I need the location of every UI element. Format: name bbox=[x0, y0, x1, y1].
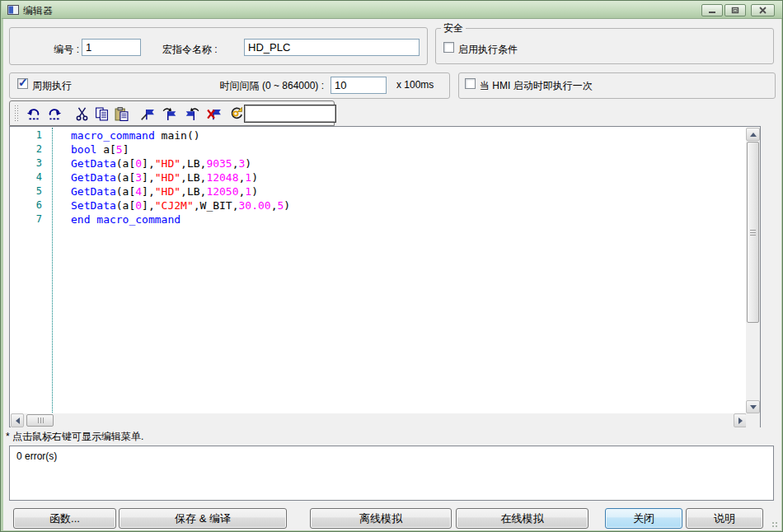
macro-name-input[interactable] bbox=[244, 39, 420, 56]
code-lines: 1macro_command main()2bool a[5]3GetData(… bbox=[11, 128, 736, 226]
help-button[interactable]: 说明 bbox=[686, 508, 763, 529]
interval-unit-label: x 100ms bbox=[396, 79, 434, 91]
offline-simulation-button[interactable]: 离线模拟 bbox=[310, 508, 452, 529]
copy-button[interactable] bbox=[92, 104, 110, 124]
toolbar-grip[interactable] bbox=[17, 105, 18, 122]
next-bookmark-icon bbox=[162, 106, 177, 121]
scroll-up-button[interactable] bbox=[746, 128, 760, 141]
code-text: macro_command main() bbox=[71, 128, 200, 142]
window-title: 编辑器 bbox=[23, 4, 53, 18]
toggle-bookmark-button[interactable] bbox=[138, 104, 157, 124]
code-text: GetData(a[4],"HD",LB,12050,1) bbox=[71, 184, 258, 198]
id-label: 编号 : bbox=[26, 43, 79, 57]
periodic-checkbox[interactable] bbox=[17, 78, 28, 89]
arrow-up-icon bbox=[750, 133, 757, 137]
code-line[interactable]: 6SetData(a[0],"CJ2M",W_BIT,30.00,5) bbox=[11, 198, 736, 212]
paste-button[interactable] bbox=[112, 104, 130, 124]
maximize-button[interactable] bbox=[724, 4, 746, 16]
code-text: SetData(a[0],"CJ2M",W_BIT,30.00,5) bbox=[71, 198, 290, 212]
arrow-down-icon bbox=[750, 405, 757, 409]
code-editor[interactable]: 1macro_command main()2bool a[5]3GetData(… bbox=[9, 126, 761, 427]
find-icon bbox=[229, 106, 244, 121]
resize-grip[interactable] bbox=[772, 522, 779, 529]
code-line[interactable]: 4GetData(a[3],"HD",LB,12048,1) bbox=[11, 170, 736, 184]
line-number: 3 bbox=[11, 156, 48, 170]
toolbar-grip[interactable] bbox=[15, 105, 16, 122]
hint-text: * 点击鼠标右键可显示编辑菜单. bbox=[6, 430, 143, 444]
editor-toolbar bbox=[9, 100, 335, 126]
horizontal-scrollbar[interactable] bbox=[11, 413, 747, 427]
compile-output[interactable]: 0 error(s) bbox=[9, 446, 774, 501]
cut-icon bbox=[75, 107, 89, 121]
save-compile-button[interactable]: 保存 & 编译 bbox=[119, 508, 287, 529]
redo-button[interactable] bbox=[45, 104, 63, 124]
enable-condition-label: 启用执行条件 bbox=[458, 43, 518, 57]
line-number: 7 bbox=[11, 212, 48, 226]
copy-icon bbox=[95, 107, 109, 121]
next-bookmark-button[interactable] bbox=[161, 104, 179, 124]
previous-bookmark-button[interactable] bbox=[183, 104, 201, 124]
line-number: 1 bbox=[11, 128, 48, 142]
enable-condition-checkbox[interactable] bbox=[443, 42, 454, 53]
code-line[interactable]: 5GetData(a[4],"HD",LB,12050,1) bbox=[11, 184, 736, 198]
interval-label: 时间间隔 (0 ~ 864000) : bbox=[199, 79, 324, 93]
find-input[interactable] bbox=[244, 105, 336, 123]
code-line[interactable]: 3GetData(a[0],"HD",LB,9035,3) bbox=[11, 156, 736, 170]
scrollbar-corner bbox=[746, 413, 760, 427]
scroll-down-button[interactable] bbox=[746, 400, 760, 413]
code-text: bool a[5] bbox=[71, 142, 129, 156]
macro-name-label: 宏指令名称 : bbox=[162, 43, 218, 57]
undo-icon bbox=[26, 106, 41, 121]
online-simulation-button[interactable]: 在线模拟 bbox=[456, 508, 588, 529]
maximize-icon bbox=[731, 7, 739, 14]
redo-icon bbox=[47, 106, 62, 121]
periodic-label: 周期执行 bbox=[32, 79, 72, 93]
scroll-right-button[interactable] bbox=[734, 413, 747, 427]
close-icon bbox=[759, 7, 767, 14]
line-number: 5 bbox=[11, 184, 48, 198]
interval-input[interactable] bbox=[331, 77, 387, 94]
title-bar: 编辑器 bbox=[2, 1, 783, 19]
function-button[interactable]: 函数... bbox=[13, 508, 116, 529]
security-legend: 安全 bbox=[441, 21, 466, 35]
minimize-button[interactable] bbox=[701, 4, 723, 16]
paste-icon bbox=[115, 107, 129, 121]
startup-checkbox[interactable] bbox=[465, 78, 476, 89]
clear-bookmarks-button[interactable] bbox=[205, 104, 223, 124]
code-line[interactable]: 2bool a[5] bbox=[11, 142, 736, 156]
line-number: 2 bbox=[11, 142, 48, 156]
code-line[interactable]: 1macro_command main() bbox=[11, 128, 736, 142]
macro-id-input[interactable] bbox=[82, 39, 141, 56]
find-button[interactable] bbox=[227, 104, 246, 124]
code-line[interactable]: 7end macro_command bbox=[11, 212, 736, 226]
vertical-scrollbar[interactable] bbox=[746, 128, 760, 413]
undo-button[interactable] bbox=[25, 104, 43, 124]
scroll-left-button[interactable] bbox=[11, 413, 24, 427]
close-button-titlebar[interactable] bbox=[751, 4, 775, 16]
previous-bookmark-icon bbox=[185, 106, 199, 121]
minimize-icon bbox=[708, 7, 716, 14]
line-number: 6 bbox=[11, 198, 48, 212]
arrow-left-icon bbox=[16, 418, 20, 424]
vertical-scroll-thumb[interactable] bbox=[747, 142, 759, 323]
startup-label: 当 HMI 启动时即执行一次 bbox=[480, 79, 593, 93]
clear-bookmarks-icon bbox=[207, 106, 222, 121]
toggle-bookmark-icon bbox=[140, 106, 155, 121]
code-text: end macro_command bbox=[71, 212, 181, 226]
code-text: GetData(a[3],"HD",LB,12048,1) bbox=[71, 170, 258, 184]
cut-button[interactable] bbox=[73, 104, 91, 124]
app-icon bbox=[7, 5, 19, 15]
line-number: 4 bbox=[11, 170, 48, 184]
close-button[interactable]: 关闭 bbox=[605, 508, 682, 529]
arrow-right-icon bbox=[738, 418, 743, 424]
horizontal-scroll-thumb[interactable] bbox=[26, 414, 54, 427]
editor-window: 编辑器 编号 : 宏指令名称 : 安全 启用执行条件 周期执行 时间间隔 (0 … bbox=[0, 0, 783, 532]
code-text: GetData(a[0],"HD",LB,9035,3) bbox=[71, 156, 251, 170]
